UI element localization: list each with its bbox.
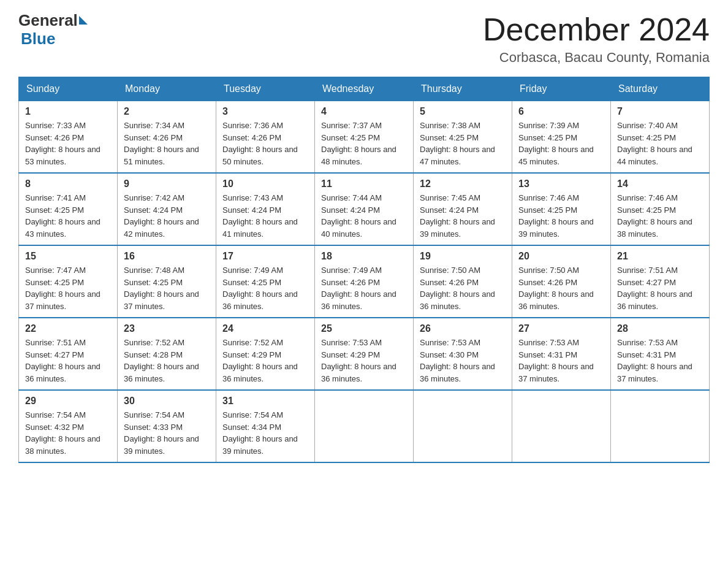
day-number: 4 [321, 106, 407, 117]
title-block: December 2024 Corbasca, Bacau County, Ro… [483, 12, 710, 66]
calendar-cell: 21 Sunrise: 7:51 AMSunset: 4:27 PMDaylig… [611, 245, 710, 318]
day-info: Sunrise: 7:52 AMSunset: 4:28 PMDaylight:… [124, 338, 199, 383]
day-info: Sunrise: 7:54 AMSunset: 4:32 PMDaylight:… [25, 410, 100, 456]
location-title: Corbasca, Bacau County, Romania [483, 50, 710, 66]
logo: General Blue [18, 12, 88, 48]
day-info: Sunrise: 7:40 AMSunset: 4:25 PMDaylight:… [617, 121, 692, 166]
calendar-cell: 15 Sunrise: 7:47 AMSunset: 4:25 PMDaylig… [19, 245, 118, 318]
calendar-cell: 5 Sunrise: 7:38 AMSunset: 4:25 PMDayligh… [414, 101, 512, 174]
calendar-week-row: 1 Sunrise: 7:33 AMSunset: 4:26 PMDayligh… [19, 101, 710, 174]
day-info: Sunrise: 7:53 AMSunset: 4:31 PMDaylight:… [617, 338, 692, 383]
calendar-cell [611, 390, 710, 462]
logo-blue-text: Blue [21, 29, 55, 48]
column-header-sunday: Sunday [19, 77, 118, 101]
column-header-wednesday: Wednesday [315, 77, 414, 101]
day-info: Sunrise: 7:52 AMSunset: 4:29 PMDaylight:… [222, 338, 298, 383]
day-info: Sunrise: 7:43 AMSunset: 4:24 PMDaylight:… [222, 193, 298, 239]
day-info: Sunrise: 7:39 AMSunset: 4:25 PMDaylight:… [518, 121, 594, 166]
day-info: Sunrise: 7:36 AMSunset: 4:26 PMDaylight:… [222, 121, 298, 166]
column-header-tuesday: Tuesday [216, 77, 315, 101]
calendar-cell: 28 Sunrise: 7:53 AMSunset: 4:31 PMDaylig… [611, 318, 710, 390]
day-info: Sunrise: 7:47 AMSunset: 4:25 PMDaylight:… [25, 266, 100, 311]
calendar-cell: 11 Sunrise: 7:44 AMSunset: 4:24 PMDaylig… [315, 173, 414, 245]
day-number: 1 [25, 106, 111, 117]
day-info: Sunrise: 7:46 AMSunset: 4:25 PMDaylight:… [518, 193, 594, 239]
day-info: Sunrise: 7:53 AMSunset: 4:31 PMDaylight:… [518, 338, 594, 383]
calendar-cell: 22 Sunrise: 7:51 AMSunset: 4:27 PMDaylig… [19, 318, 118, 390]
day-number: 13 [518, 178, 604, 190]
calendar-cell: 13 Sunrise: 7:46 AMSunset: 4:25 PMDaylig… [512, 173, 611, 245]
day-info: Sunrise: 7:33 AMSunset: 4:26 PMDaylight:… [25, 121, 100, 166]
calendar-cell [315, 390, 414, 462]
calendar-cell: 29 Sunrise: 7:54 AMSunset: 4:32 PMDaylig… [19, 390, 118, 462]
calendar-week-row: 8 Sunrise: 7:41 AMSunset: 4:25 PMDayligh… [19, 173, 710, 245]
calendar-cell: 31 Sunrise: 7:54 AMSunset: 4:34 PMDaylig… [216, 390, 315, 462]
day-number: 20 [518, 251, 604, 262]
day-number: 22 [25, 323, 111, 334]
calendar-cell: 30 Sunrise: 7:54 AMSunset: 4:33 PMDaylig… [118, 390, 216, 462]
day-info: Sunrise: 7:54 AMSunset: 4:33 PMDaylight:… [124, 410, 199, 456]
calendar-cell: 14 Sunrise: 7:46 AMSunset: 4:25 PMDaylig… [611, 173, 710, 245]
calendar-cell: 9 Sunrise: 7:42 AMSunset: 4:24 PMDayligh… [118, 173, 216, 245]
calendar-cell: 8 Sunrise: 7:41 AMSunset: 4:25 PMDayligh… [19, 173, 118, 245]
day-info: Sunrise: 7:45 AMSunset: 4:24 PMDaylight:… [420, 193, 495, 239]
logo-arrow-icon [79, 16, 88, 25]
day-number: 12 [420, 178, 506, 190]
day-number: 14 [617, 178, 703, 190]
day-number: 18 [321, 251, 407, 262]
calendar-week-row: 29 Sunrise: 7:54 AMSunset: 4:32 PMDaylig… [19, 390, 710, 462]
calendar-cell: 2 Sunrise: 7:34 AMSunset: 4:26 PMDayligh… [118, 101, 216, 174]
calendar-cell: 16 Sunrise: 7:48 AMSunset: 4:25 PMDaylig… [118, 245, 216, 318]
day-info: Sunrise: 7:49 AMSunset: 4:26 PMDaylight:… [321, 266, 396, 311]
column-header-monday: Monday [118, 77, 216, 101]
calendar-cell: 3 Sunrise: 7:36 AMSunset: 4:26 PMDayligh… [216, 101, 315, 174]
day-number: 28 [617, 323, 703, 334]
calendar-cell: 20 Sunrise: 7:50 AMSunset: 4:26 PMDaylig… [512, 245, 611, 318]
calendar-table: SundayMondayTuesdayWednesdayThursdayFrid… [18, 77, 710, 463]
column-header-thursday: Thursday [414, 77, 512, 101]
calendar-week-row: 15 Sunrise: 7:47 AMSunset: 4:25 PMDaylig… [19, 245, 710, 318]
day-info: Sunrise: 7:53 AMSunset: 4:30 PMDaylight:… [420, 338, 495, 383]
calendar-week-row: 22 Sunrise: 7:51 AMSunset: 4:27 PMDaylig… [19, 318, 710, 390]
month-title: December 2024 [483, 12, 710, 47]
column-header-friday: Friday [512, 77, 611, 101]
calendar-cell: 26 Sunrise: 7:53 AMSunset: 4:30 PMDaylig… [414, 318, 512, 390]
calendar-cell: 12 Sunrise: 7:45 AMSunset: 4:24 PMDaylig… [414, 173, 512, 245]
day-number: 3 [222, 106, 308, 117]
day-info: Sunrise: 7:46 AMSunset: 4:25 PMDaylight:… [617, 193, 692, 239]
calendar-cell: 23 Sunrise: 7:52 AMSunset: 4:28 PMDaylig… [118, 318, 216, 390]
day-info: Sunrise: 7:50 AMSunset: 4:26 PMDaylight:… [518, 266, 594, 311]
day-number: 8 [25, 178, 111, 190]
calendar-cell: 18 Sunrise: 7:49 AMSunset: 4:26 PMDaylig… [315, 245, 414, 318]
day-number: 10 [222, 178, 308, 190]
day-number: 7 [617, 106, 703, 117]
day-info: Sunrise: 7:54 AMSunset: 4:34 PMDaylight:… [222, 410, 298, 456]
day-number: 26 [420, 323, 506, 334]
day-number: 25 [321, 323, 407, 334]
day-number: 6 [518, 106, 604, 117]
day-info: Sunrise: 7:51 AMSunset: 4:27 PMDaylight:… [617, 266, 692, 311]
calendar-cell: 19 Sunrise: 7:50 AMSunset: 4:26 PMDaylig… [414, 245, 512, 318]
day-number: 27 [518, 323, 604, 334]
day-info: Sunrise: 7:38 AMSunset: 4:25 PMDaylight:… [420, 121, 495, 166]
day-info: Sunrise: 7:49 AMSunset: 4:25 PMDaylight:… [222, 266, 298, 311]
calendar-header-row: SundayMondayTuesdayWednesdayThursdayFrid… [19, 77, 710, 101]
day-number: 19 [420, 251, 506, 262]
calendar-cell: 25 Sunrise: 7:53 AMSunset: 4:29 PMDaylig… [315, 318, 414, 390]
calendar-cell [512, 390, 611, 462]
day-number: 16 [124, 251, 210, 262]
day-info: Sunrise: 7:41 AMSunset: 4:25 PMDaylight:… [25, 193, 100, 239]
day-number: 11 [321, 178, 407, 190]
day-info: Sunrise: 7:42 AMSunset: 4:24 PMDaylight:… [124, 193, 199, 239]
day-number: 23 [124, 323, 210, 334]
day-number: 24 [222, 323, 308, 334]
calendar-cell: 1 Sunrise: 7:33 AMSunset: 4:26 PMDayligh… [19, 101, 118, 174]
calendar-cell: 4 Sunrise: 7:37 AMSunset: 4:25 PMDayligh… [315, 101, 414, 174]
day-number: 29 [25, 396, 111, 407]
day-info: Sunrise: 7:37 AMSunset: 4:25 PMDaylight:… [321, 121, 396, 166]
day-number: 5 [420, 106, 506, 117]
page-header: General Blue December 2024 Corbasca, Bac… [18, 12, 710, 66]
day-number: 17 [222, 251, 308, 262]
day-number: 21 [617, 251, 703, 262]
calendar-cell: 24 Sunrise: 7:52 AMSunset: 4:29 PMDaylig… [216, 318, 315, 390]
